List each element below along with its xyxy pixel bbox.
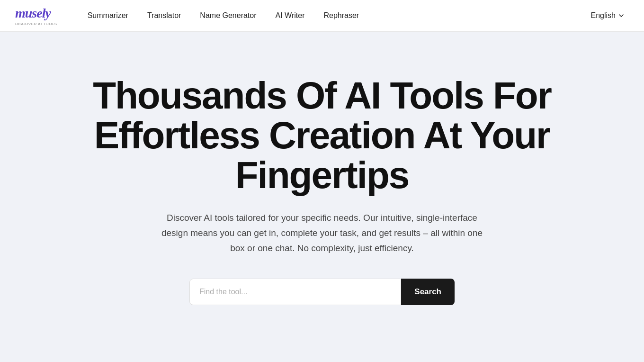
hero-title: Thousands Of AI Tools For Effortless Cre…	[62, 76, 582, 195]
logo-subtitle: DISCOVER AI TOOLS	[15, 22, 57, 26]
hero-section: Thousands Of AI Tools For Effortless Cre…	[0, 32, 644, 340]
logo[interactable]: musely DISCOVER AI TOOLS	[15, 6, 57, 26]
nav-item-ai-writer[interactable]: AI Writer	[268, 8, 313, 24]
nav-menu: Summarizer Translator Name Generator AI …	[80, 8, 586, 24]
logo-text: musely	[15, 6, 51, 20]
navbar: musely DISCOVER AI TOOLS Summarizer Tran…	[0, 0, 644, 32]
language-label: English	[591, 11, 616, 20]
search-input[interactable]	[189, 279, 401, 305]
nav-item-translator[interactable]: Translator	[140, 8, 188, 24]
nav-item-summarizer[interactable]: Summarizer	[80, 8, 136, 24]
nav-item-name-generator[interactable]: Name Generator	[192, 8, 264, 24]
search-button[interactable]: Search	[401, 279, 455, 305]
search-bar: Search	[189, 279, 455, 305]
chevron-down-icon	[618, 13, 624, 18]
language-selector[interactable]: English	[586, 9, 629, 23]
nav-item-rephraser[interactable]: Rephraser	[316, 8, 367, 24]
navbar-right: English	[586, 9, 629, 23]
hero-subtitle: Discover AI tools tailored for your spec…	[156, 210, 488, 256]
